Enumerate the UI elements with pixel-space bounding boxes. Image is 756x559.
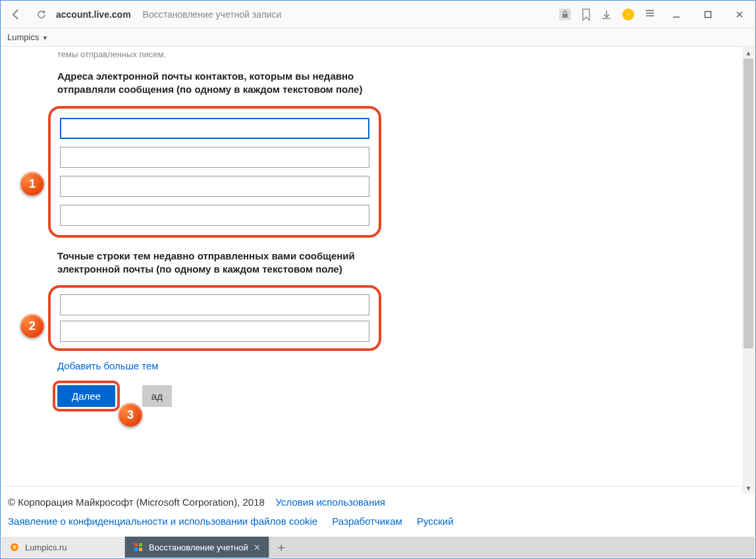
tab-favicon-ms-icon xyxy=(133,542,144,552)
tab-label: Восстановление учетной xyxy=(149,543,248,552)
vertical-scrollbar[interactable]: ▲ ▼ xyxy=(742,47,755,494)
subject-input-2[interactable] xyxy=(60,321,369,342)
tab-label: Lumpics.ru xyxy=(25,543,67,552)
contact-email-input-2[interactable] xyxy=(60,147,369,168)
footer-devs-link[interactable]: Разработчикам xyxy=(332,516,402,527)
callout-marker-3: 3 xyxy=(119,403,142,427)
footer-terms-link[interactable]: Условия использования xyxy=(276,496,386,508)
next-button[interactable]: Далее xyxy=(57,385,115,407)
browser-tab-active[interactable]: Восстановление учетной ✕ xyxy=(125,537,269,558)
address-host[interactable]: account.live.com xyxy=(56,9,131,20)
footer-language-link[interactable]: Русский xyxy=(417,516,454,527)
callout-marker-1: 1 xyxy=(20,172,44,196)
svg-rect-7 xyxy=(139,548,142,551)
svg-rect-6 xyxy=(134,548,138,551)
bookmark-folder[interactable]: Lumpics▼ xyxy=(7,32,48,42)
add-more-subjects-link[interactable]: Добавить больше тем xyxy=(57,360,742,371)
extension-icon[interactable]: ⚡ xyxy=(622,9,634,20)
contact-email-input-4[interactable] xyxy=(60,205,369,226)
svg-point-3 xyxy=(13,545,16,549)
subjects-input-group xyxy=(48,285,381,351)
bookmarks-bar: Lumpics▼ xyxy=(1,28,755,47)
button-row: Далее ад xyxy=(57,381,742,413)
reload-icon[interactable] xyxy=(32,5,51,24)
scroll-thumb[interactable] xyxy=(743,59,753,348)
scroll-down-icon[interactable]: ▼ xyxy=(742,482,755,494)
svg-rect-1 xyxy=(705,11,711,17)
browser-tab-inactive[interactable]: Lumpics.ru xyxy=(1,537,125,558)
svg-rect-5 xyxy=(139,543,142,546)
back-button[interactable]: ад xyxy=(142,385,172,407)
footer-copyright: © Корпорация Майкрософт (Microsoft Corpo… xyxy=(8,496,265,508)
new-tab-button[interactable]: ＋ xyxy=(269,537,293,558)
lock-icon xyxy=(559,9,571,20)
page-viewport: темы отправленных писем. Адреса электрон… xyxy=(1,47,742,494)
svg-rect-4 xyxy=(134,543,138,546)
scroll-up-icon[interactable]: ▲ xyxy=(742,47,755,59)
subject-input-1[interactable] xyxy=(60,294,369,315)
tab-favicon-icon xyxy=(9,542,20,552)
browser-toolbar: account.live.com Восстановление учетной … xyxy=(1,1,755,28)
contact-email-input-3[interactable] xyxy=(60,176,369,197)
nav-back-button[interactable] xyxy=(6,4,27,25)
subjects-section-label: Точные строки тем недавно отправленных в… xyxy=(57,250,387,277)
window-close-button[interactable] xyxy=(729,5,750,24)
browser-tab-bar: Lumpics.ru Восстановление учетной ✕ ＋ xyxy=(1,537,755,558)
contact-email-input-1[interactable] xyxy=(60,118,369,139)
callout-marker-2: 2 xyxy=(20,314,44,338)
address-page-title: Восстановление учетной записи xyxy=(143,9,554,20)
contacts-input-group xyxy=(48,106,381,238)
truncated-text: темы отправленных писем. xyxy=(57,49,742,59)
window-maximize-button[interactable] xyxy=(697,5,718,24)
menu-icon[interactable] xyxy=(645,8,655,20)
page-footer: © Корпорация Майкрософт (Microsoft Corpo… xyxy=(1,486,742,536)
toolbar-right: ⚡ xyxy=(559,5,750,24)
tab-close-icon[interactable]: ✕ xyxy=(254,543,261,552)
bookmark-flag-icon[interactable] xyxy=(581,9,591,20)
footer-privacy-link[interactable]: Заявление о конфиденциальности и использ… xyxy=(8,516,317,527)
contacts-section-label: Адреса электронной почты контактов, кото… xyxy=(57,70,387,97)
next-button-highlight: Далее xyxy=(53,381,120,412)
svg-rect-0 xyxy=(562,14,568,18)
window-minimize-button[interactable] xyxy=(666,5,687,24)
downloads-icon[interactable] xyxy=(601,9,612,20)
